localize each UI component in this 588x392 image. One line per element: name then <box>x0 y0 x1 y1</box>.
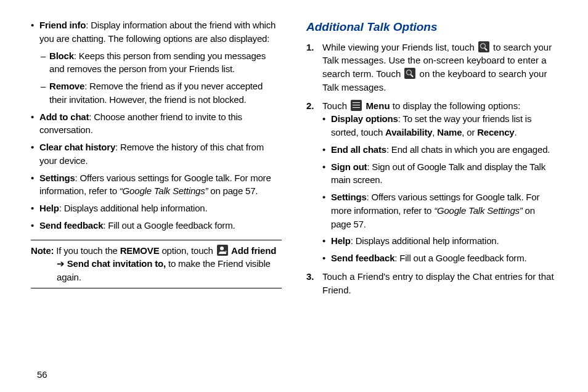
bullet-label: Add to chat <box>39 112 89 122</box>
list-item: Send feedback: Fill out a Google feedbac… <box>31 219 282 232</box>
list-item: Settings: Offers various settings for Go… <box>322 190 557 231</box>
sub-bold: Help <box>331 235 351 246</box>
sub-italic: “Google Talk Settings” <box>434 205 522 216</box>
list-item: Settings: Offers various settings for Go… <box>31 171 282 198</box>
sub-text: : Keeps this person from sending you mes… <box>49 51 266 75</box>
page: Friend info: Display information about t… <box>0 0 588 392</box>
list-item: Friend info: Display information about t… <box>31 18 282 107</box>
note-box: Note: If you touch the REMOVE option, to… <box>31 240 282 288</box>
sub-text: . <box>515 127 517 137</box>
bullet-text: : Fill out a Google feedback form. <box>103 220 235 231</box>
sub-text: : Displays additional help information. <box>351 235 499 246</box>
bullet-text: : Displays additional help information. <box>59 203 208 213</box>
list-item: Help: Displays additional help informati… <box>322 234 557 248</box>
sub-bold: End all chats <box>331 144 386 155</box>
note-text-1a: If you touch the <box>54 245 120 256</box>
sub-bold: Send feedback <box>331 253 394 263</box>
note-arrow: ➔ <box>57 258 67 269</box>
sub-bold: Sign out <box>331 161 367 172</box>
search-icon <box>404 68 415 79</box>
bullet-label: Settings <box>39 173 75 183</box>
note-body: ➔ Send chat invitation to, to make the F… <box>31 257 282 284</box>
left-column: Friend info: Display information about t… <box>31 18 282 380</box>
step-text: Touch <box>322 100 349 111</box>
sub-label: Block <box>49 51 74 61</box>
list-item: Sign out: Sign out of Google Talk and di… <box>322 160 557 187</box>
list-item: End all chats: End all chats in which yo… <box>322 143 557 157</box>
right-column: Additional Talk Options While viewing yo… <box>306 18 557 380</box>
note-remove-word: REMOVE <box>120 245 160 256</box>
sub-label: Remove <box>49 81 84 91</box>
sub-text: : End all chats in which you are engaged… <box>386 144 550 155</box>
sub-bold: Display options <box>331 113 398 124</box>
note-add-friend: Add friend <box>229 245 276 256</box>
step-text: Touch a Friend's entry to display the Ch… <box>322 271 554 295</box>
list-item: Touch a Friend's entry to display the Ch… <box>306 270 557 297</box>
step-bold: Menu <box>365 100 390 111</box>
menu-icon <box>351 100 362 111</box>
list-item: Add to chat: Choose another friend to in… <box>31 110 282 137</box>
reference-after: on page 57. <box>208 186 258 196</box>
bullet-label: Help <box>39 203 59 213</box>
sub-dash-list: Block: Keeps this person from sending yo… <box>41 49 282 107</box>
search-icon <box>478 41 489 52</box>
right-numbered-list: While viewing your Friends list, touch t… <box>306 41 557 297</box>
sub-bold: Availability <box>385 127 432 137</box>
list-item: Touch Menu to display the following opti… <box>306 99 557 265</box>
note-text-1b: option, touch <box>159 245 215 256</box>
list-item: Clear chat history: Remove the history o… <box>31 141 282 168</box>
list-item: Help: Displays additional help informati… <box>31 202 282 215</box>
bullet-label: Send feedback <box>39 220 103 231</box>
list-item: Send feedback: Fill out a Google feedbac… <box>322 251 557 265</box>
list-item: Display options: To set the way your fri… <box>322 112 557 139</box>
bullet-label: Clear chat history <box>39 142 115 152</box>
note-send-inv: Send chat invitation to, <box>67 258 166 269</box>
sub-text: , or <box>462 127 477 137</box>
page-number: 56 <box>37 369 47 380</box>
sub-bold: Recency <box>477 127 514 137</box>
reference-text: “Google Talk Settings” <box>120 186 208 196</box>
section-title: Additional Talk Options <box>306 18 557 36</box>
add-friend-icon: + <box>217 245 228 256</box>
sub-text: : Fill out a Google feedback form. <box>394 253 526 263</box>
list-item: Block: Keeps this person from sending yo… <box>41 49 282 76</box>
note-prefix: Note: <box>31 245 54 256</box>
sub-bullet-list: Display options: To set the way your fri… <box>322 112 557 265</box>
step-text: to display the following options: <box>390 100 521 111</box>
sub-bold: Name <box>437 127 462 137</box>
list-item: Remove: Remove the friend as if you neve… <box>41 80 282 107</box>
list-item: While viewing your Friends list, touch t… <box>306 41 557 94</box>
step-text: While viewing your Friends list, touch <box>322 42 477 52</box>
left-bullet-list: Friend info: Display information about t… <box>31 18 282 232</box>
bullet-label: Friend info <box>39 20 86 30</box>
sub-bold: Settings <box>331 192 367 202</box>
